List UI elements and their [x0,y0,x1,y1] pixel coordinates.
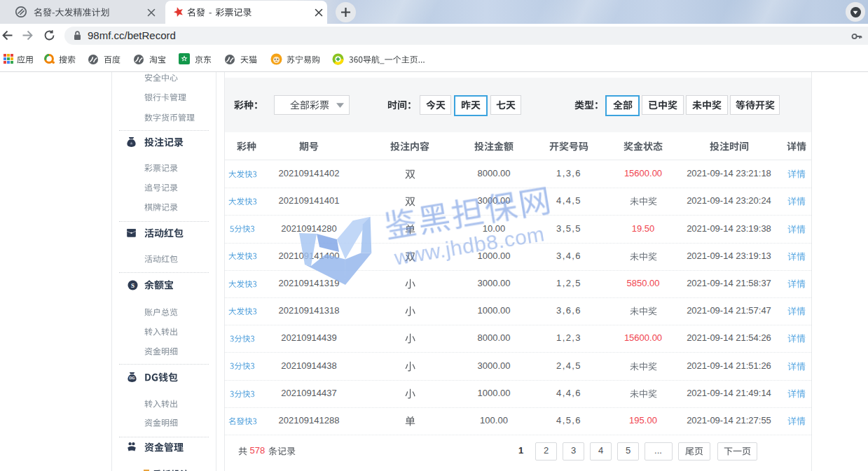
svg-text:DG: DG [129,376,135,380]
svg-text:S: S [130,282,134,289]
